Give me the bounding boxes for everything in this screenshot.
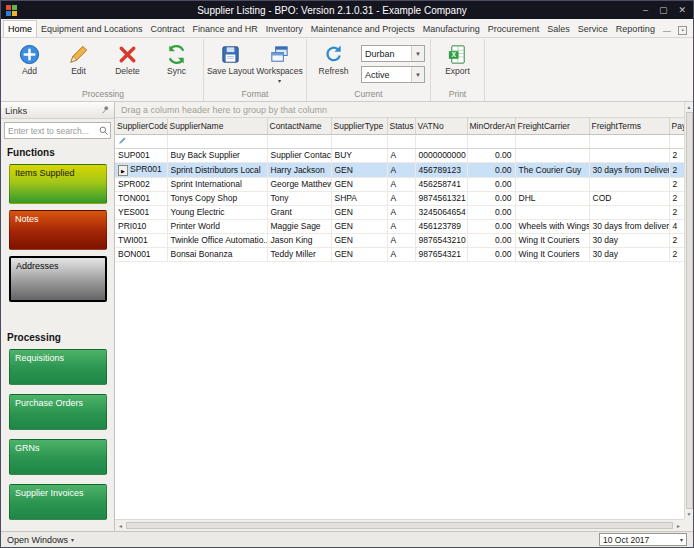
- grid-cell[interactable]: GEN: [331, 247, 387, 261]
- grid-cell[interactable]: YES001: [115, 205, 167, 219]
- grid-cell[interactable]: A: [387, 233, 415, 247]
- search-input[interactable]: [5, 126, 97, 136]
- scroll-left-icon[interactable]: ◄: [118, 523, 123, 529]
- grid-cell[interactable]: 0.00: [467, 205, 515, 219]
- tab-inventory[interactable]: Inventory: [262, 21, 307, 37]
- tab-procurement[interactable]: Procurement: [484, 21, 544, 37]
- grid-cell[interactable]: 2: [669, 233, 684, 247]
- group-by-bar[interactable]: Drag a column header here to group by th…: [115, 102, 693, 118]
- workspaces-button[interactable]: Workspaces ▾: [256, 40, 303, 85]
- grid-cell[interactable]: 9876543210: [415, 233, 467, 247]
- grid-cell[interactable]: Teddy Miller: [267, 247, 331, 261]
- tab-manufacturing[interactable]: Manufacturing: [419, 21, 484, 37]
- tab-contract[interactable]: Contract: [147, 21, 189, 37]
- grid-cell[interactable]: BUY: [331, 148, 387, 162]
- ribbon-collapse-icon[interactable]: —: [663, 26, 671, 35]
- search-icon[interactable]: [97, 125, 110, 136]
- refresh-button[interactable]: Refresh: [310, 40, 357, 78]
- tab-service[interactable]: Service: [574, 21, 612, 37]
- filter-cell-freightterms[interactable]: [589, 134, 669, 148]
- grid-cell[interactable]: A: [387, 191, 415, 205]
- grid-cell[interactable]: Twinkle Office Automatio...: [167, 233, 267, 247]
- tab-home[interactable]: Home: [3, 20, 37, 37]
- grid-cell[interactable]: Wing It Couriers: [515, 247, 589, 261]
- column-header-status[interactable]: Status: [387, 118, 415, 134]
- grid-cell[interactable]: TWI001: [115, 233, 167, 247]
- grid-cell[interactable]: Sprint International: [167, 177, 267, 191]
- sidebar-button-requisitions[interactable]: Requisitions: [9, 349, 107, 385]
- grid-cell[interactable]: A: [387, 247, 415, 261]
- grid-cell[interactable]: [515, 205, 589, 219]
- grid-cell[interactable]: A: [387, 162, 415, 177]
- grid-cell[interactable]: GEN: [331, 233, 387, 247]
- grid-cell[interactable]: 0.00: [467, 219, 515, 233]
- column-header-minorderamt[interactable]: MinOrderAmt: [467, 118, 515, 134]
- filter-cell-status[interactable]: [387, 134, 415, 148]
- sidebar-button-supplier-invoices[interactable]: Supplier Invoices: [9, 484, 107, 520]
- grid-cell[interactable]: 2: [669, 177, 684, 191]
- date-picker[interactable]: 10 Oct 2017 ▾: [599, 533, 687, 546]
- grid-row-sup001[interactable]: SUP001Buy Back SupplierSupplier ContactB…: [115, 148, 684, 162]
- grid-cell[interactable]: 456789123: [415, 162, 467, 177]
- grid-row-pri010[interactable]: PRI010Printer WorldMaggie SageGENA456123…: [115, 219, 684, 233]
- filter-cell-freightcarrier[interactable]: [515, 134, 589, 148]
- vertical-scroll-thumb[interactable]: [686, 112, 693, 509]
- grid-cell[interactable]: SUP001: [115, 148, 167, 162]
- filter-cell-pay[interactable]: [669, 134, 684, 148]
- grid-cell[interactable]: 0.00: [467, 148, 515, 162]
- site-dropdown[interactable]: Durban ▼: [361, 45, 425, 62]
- grid-cell[interactable]: A: [387, 177, 415, 191]
- grid-cell[interactable]: ▶SPR001: [115, 162, 167, 177]
- grid-cell[interactable]: GEN: [331, 219, 387, 233]
- grid-cell[interactable]: Young Electric: [167, 205, 267, 219]
- grid-cell[interactable]: Supplier Contact: [267, 148, 331, 162]
- export-button[interactable]: X Export: [434, 40, 481, 78]
- grid-cell[interactable]: 456123789: [415, 219, 467, 233]
- filter-cell-contactname[interactable]: [267, 134, 331, 148]
- grid-cell[interactable]: 9874561321: [415, 191, 467, 205]
- close-icon[interactable]: ✕: [678, 5, 686, 15]
- grid-cell[interactable]: 0.00: [467, 177, 515, 191]
- grid-cell[interactable]: GEN: [331, 162, 387, 177]
- grid-cell[interactable]: 2: [669, 148, 684, 162]
- grid-cell[interactable]: 0.00: [467, 162, 515, 177]
- pin-icon[interactable]: [100, 105, 110, 115]
- column-header-suppliercode[interactable]: SupplierCode: [115, 118, 167, 134]
- tab-reporting[interactable]: Reporting: [612, 21, 659, 37]
- grid-cell[interactable]: A: [387, 148, 415, 162]
- grid-cell[interactable]: Bonsai Bonanza: [167, 247, 267, 261]
- save-layout-button[interactable]: Save Layout: [207, 40, 254, 78]
- column-header-vatno[interactable]: VATNo: [415, 118, 467, 134]
- grid-cell[interactable]: PRI010: [115, 219, 167, 233]
- sidebar-button-purchase-orders[interactable]: Purchase Orders: [9, 394, 107, 430]
- column-header-contactname[interactable]: ContactName: [267, 118, 331, 134]
- tab-maintenance-and-projects[interactable]: Maintenance and Projects: [307, 21, 419, 37]
- grid-cell[interactable]: [515, 148, 589, 162]
- grid-row-ton001[interactable]: TON001Tonys Copy ShopTonySHPAA9874561321…: [115, 191, 684, 205]
- grid-cell[interactable]: 3245064654: [415, 205, 467, 219]
- grid-cell[interactable]: Buy Back Supplier: [167, 148, 267, 162]
- grid-cell[interactable]: TON001: [115, 191, 167, 205]
- grid-cell[interactable]: 0.00: [467, 233, 515, 247]
- grid-cell[interactable]: SHPA: [331, 191, 387, 205]
- sidebar-button-grns[interactable]: GRNs: [9, 439, 107, 475]
- grid-cell[interactable]: GEN: [331, 205, 387, 219]
- filter-cell-suppliercode[interactable]: [115, 134, 167, 148]
- grid-cell[interactable]: 0000000000: [415, 148, 467, 162]
- grid-cell[interactable]: SPR002: [115, 177, 167, 191]
- sidebar-button-items-supplied[interactable]: Items Supplied: [9, 164, 107, 204]
- add-button[interactable]: Add: [6, 40, 53, 78]
- grid-cell[interactable]: 2: [669, 162, 684, 177]
- grid-cell[interactable]: 30 days from Delivery: [589, 162, 669, 177]
- horizontal-scrollbar[interactable]: ◄ ►: [115, 519, 684, 531]
- ribbon-pin-icon[interactable]: ▪: [678, 26, 687, 35]
- grid-cell[interactable]: GEN: [331, 177, 387, 191]
- scroll-right-icon[interactable]: ►: [676, 523, 681, 529]
- horizontal-scroll-thumb[interactable]: [126, 522, 673, 529]
- grid-cell[interactable]: [515, 177, 589, 191]
- grid-cell[interactable]: Tony: [267, 191, 331, 205]
- grid-row-twi001[interactable]: TWI001Twinkle Office Automatio...Jason K…: [115, 233, 684, 247]
- column-header-pay[interactable]: Pay: [669, 118, 684, 134]
- edit-button[interactable]: Edit: [55, 40, 102, 78]
- grid-cell[interactable]: 30 days from delivery: [589, 219, 669, 233]
